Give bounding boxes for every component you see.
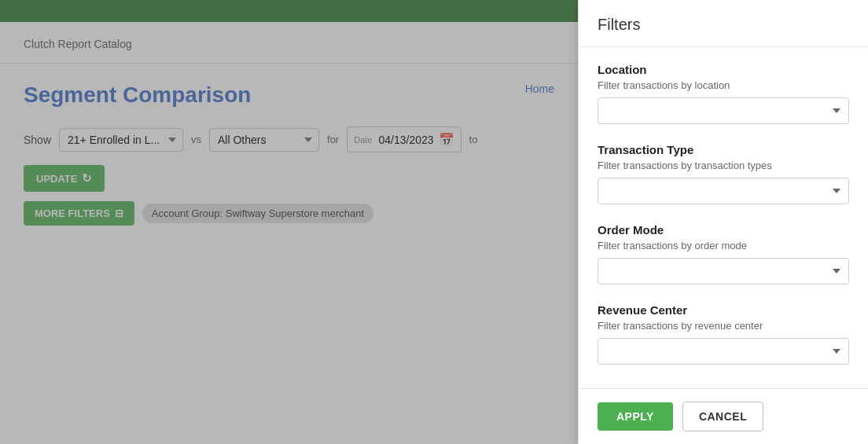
cancel-button[interactable]: CANCEL xyxy=(682,402,763,431)
location-section: Location Filter transactions by location xyxy=(598,63,849,124)
revenue-center-title: Revenue Center xyxy=(598,303,849,317)
transaction-type-title: Transaction Type xyxy=(598,143,849,156)
revenue-center-desc: Filter transactions by revenue center xyxy=(598,320,849,332)
order-mode-title: Order Mode xyxy=(598,223,849,237)
filters-header: Filters xyxy=(579,0,868,47)
filters-footer: APPLY CANCEL xyxy=(579,388,868,444)
transaction-type-select[interactable] xyxy=(598,178,849,204)
filters-panel: Filters Location Filter transactions by … xyxy=(578,0,868,444)
revenue-center-select[interactable] xyxy=(598,338,849,365)
location-select[interactable] xyxy=(598,97,849,124)
overlay xyxy=(0,0,578,444)
transaction-type-desc: Filter transactions by transaction types xyxy=(598,160,849,171)
order-mode-select[interactable] xyxy=(598,258,849,284)
apply-button[interactable]: APPLY xyxy=(598,402,673,431)
filters-title: Filters xyxy=(598,16,849,34)
filters-body: Location Filter transactions by location… xyxy=(579,47,868,388)
order-mode-section: Order Mode Filter transactions by order … xyxy=(598,223,849,284)
location-title: Location xyxy=(598,63,849,76)
transaction-type-section: Transaction Type Filter transactions by … xyxy=(598,143,849,204)
revenue-center-section: Revenue Center Filter transactions by re… xyxy=(598,303,849,365)
order-mode-desc: Filter transactions by order mode xyxy=(598,240,849,251)
location-desc: Filter transactions by location xyxy=(598,79,849,91)
